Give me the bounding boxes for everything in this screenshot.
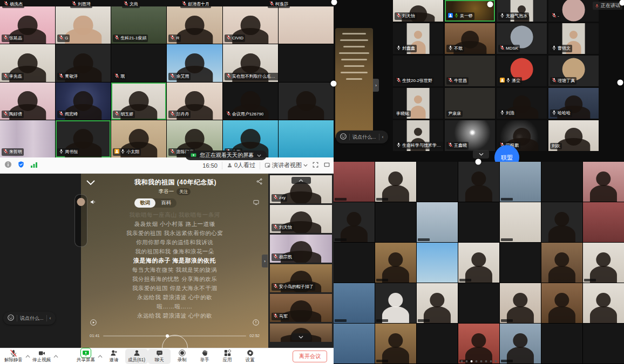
participant-tile[interactable]: 封鑫鑫 — [393, 23, 443, 54]
info-icon[interactable] — [4, 161, 12, 170]
pagination-dot[interactable] — [495, 360, 497, 362]
participant-tile[interactable]: R — [167, 6, 222, 44]
tab-lyrics[interactable]: 歌词 — [134, 198, 155, 208]
participant-tile[interactable] — [541, 283, 582, 323]
toolbar-record-button[interactable]: 录制 — [171, 349, 193, 364]
participant-tile[interactable] — [500, 283, 541, 323]
participant-tile[interactable]: 潘尘 — [497, 56, 547, 86]
participant-tile[interactable] — [541, 162, 582, 202]
artist-name[interactable]: 李谷一 — [159, 188, 174, 195]
toolbar-hand-button[interactable]: 举手 — [193, 349, 216, 364]
participant-tile[interactable] — [375, 162, 416, 202]
participant-tile[interactable] — [334, 202, 375, 242]
leave-meeting-button[interactable]: 离开会议 — [293, 351, 327, 362]
chat-quick-pill[interactable]: 说点什么... ‹ — [3, 312, 56, 325]
toolbar-caret-up[interactable] — [25, 349, 30, 364]
participant-tile[interactable]: 黄敬洋 — [56, 44, 111, 81]
share-song-icon[interactable] — [256, 177, 263, 187]
participant-tile[interactable]: 哈哈哈 — [548, 88, 599, 119]
toolbar-screen-button[interactable]: 共享屏幕 — [74, 349, 97, 364]
participant-tile[interactable] — [458, 243, 499, 283]
participant-tile[interactable] — [583, 202, 624, 242]
toolbar-caret-up[interactable] — [53, 349, 58, 364]
participant-tile[interactable] — [417, 324, 458, 363]
next-page-handle[interactable]: › — [262, 255, 268, 267]
report-icon[interactable] — [252, 319, 260, 328]
toolbar-settings-button[interactable]: 设置 — [239, 349, 261, 364]
participant-tile[interactable] — [458, 324, 499, 363]
participant-tile[interactable]: 杨宗凯 — [270, 235, 332, 263]
participant-tile[interactable] — [583, 324, 624, 363]
selection-handle[interactable] — [618, 80, 623, 86]
participant-tile[interactable]: 生技20-2张世野 — [393, 56, 443, 86]
participant-tile[interactable]: MDSK — [497, 23, 547, 54]
participant-tile[interactable] — [417, 283, 458, 323]
participant-tile[interactable]: 实在想不到取什么名字了 — [223, 44, 278, 81]
participant-tile[interactable]: 刘天怡 — [393, 0, 443, 22]
pagination-dot[interactable] — [485, 360, 487, 362]
collapse-chat-icon[interactable]: ‹ — [50, 315, 51, 321]
toolbar-apps-button[interactable]: 应用 — [216, 349, 239, 364]
participant-tile[interactable]: - — [548, 0, 599, 22]
selection-handle[interactable] — [331, 81, 337, 87]
participant-tile[interactable] — [500, 162, 541, 202]
toolbar-mic-button[interactable]: 解除静音 — [2, 349, 25, 364]
participant-tile[interactable] — [279, 6, 334, 44]
participant-tile[interactable]: zxy — [270, 175, 332, 203]
participant-tile[interactable]: 王鑫晓 — [445, 120, 495, 151]
artist-badge[interactable]: 关注 — [177, 188, 191, 195]
participant-tile[interactable] — [500, 324, 541, 363]
participant-tile[interactable]: 余艾雨 — [167, 44, 222, 81]
chat-quick-pill[interactable]: 说点什么... ‹ — [336, 131, 388, 143]
participant-tile[interactable] — [279, 120, 334, 157]
participant-tile[interactable] — [458, 202, 499, 242]
participant-tile[interactable] — [417, 243, 458, 283]
chat-placeholder[interactable]: 说点什么... — [352, 134, 376, 141]
scroll-down-button[interactable] — [291, 333, 311, 340]
participant-tile[interactable] — [334, 162, 375, 202]
view-mode-selector[interactable]: 演讲者视图 — [264, 161, 308, 169]
viewer-count[interactable]: 0人看过 — [227, 161, 255, 169]
participant-tile[interactable] — [541, 202, 582, 242]
participant-tile[interactable]: 珉 — [111, 44, 166, 81]
participant-tile[interactable]: 小太阳 — [111, 120, 166, 157]
network-signal-icon[interactable] — [30, 161, 38, 170]
chat-placeholder[interactable]: 说点什么... — [20, 315, 44, 322]
participant-tile[interactable]: 张延晶 — [0, 6, 55, 44]
collapse-player-icon[interactable] — [86, 177, 95, 187]
toolbar-caret-up[interactable] — [97, 349, 103, 364]
participant-tile[interactable] — [279, 44, 334, 81]
speaker-icon[interactable] — [90, 198, 97, 208]
participant-tile[interactable] — [541, 243, 582, 283]
toolbar-camera-button[interactable]: 停止视频 — [30, 349, 53, 364]
fullscreen-icon[interactable] — [312, 161, 319, 169]
participant-tile[interactable]: 生命科学与技术学院李浦... — [393, 120, 443, 151]
collapse-chat-icon[interactable]: ‹ — [382, 134, 384, 140]
participant-tile[interactable]: 会议用户126790 — [223, 83, 278, 120]
participant-tile[interactable]: G — [56, 6, 111, 44]
participant-tile[interactable]: 生科21-1俊娟 — [111, 6, 166, 44]
participant-tile[interactable] — [500, 243, 541, 283]
participant-tile[interactable]: 朱哲明 — [0, 120, 55, 157]
mini-floating-widget[interactable] — [74, 194, 87, 247]
participant-tile[interactable]: 马军 — [270, 294, 332, 322]
watching-screen-banner[interactable]: 您正在观看天天的屏幕 — [185, 150, 267, 160]
cast-screen-icon[interactable] — [253, 198, 260, 208]
participant-tile[interactable] — [458, 162, 499, 202]
tab-wiki[interactable]: 百科 — [155, 198, 177, 208]
mini-play-icon[interactable] — [90, 319, 97, 328]
selection-handle[interactable] — [487, 2, 493, 8]
toolbar-members-button[interactable]: 成员(61) — [125, 349, 148, 364]
participant-tile[interactable]: 安小鸟的帽子掉了 — [270, 264, 332, 292]
participant-tile[interactable] — [500, 202, 541, 242]
participant-tile[interactable] — [583, 243, 624, 283]
pagination-dot[interactable] — [471, 360, 473, 362]
pagination-dot[interactable] — [466, 360, 468, 362]
participant-tile[interactable]: 尹康康 — [445, 88, 495, 119]
pagination-dot[interactable] — [480, 360, 483, 362]
expand-panel-handle[interactable]: › — [373, 79, 379, 92]
participant-tile[interactable] — [375, 202, 416, 242]
participant-tile[interactable] — [375, 283, 416, 323]
participant-tile[interactable] — [334, 283, 375, 323]
participant-tile[interactable] — [417, 202, 458, 242]
